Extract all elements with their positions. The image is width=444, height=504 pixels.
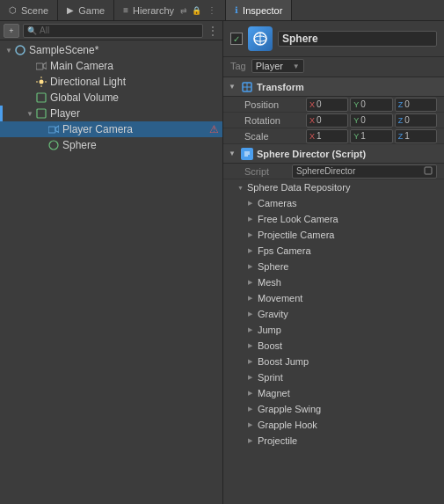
script-expand-arrow: ▼	[229, 150, 237, 157]
position-x[interactable]: X0	[306, 98, 348, 112]
jump-label: Jump	[258, 325, 281, 335]
rotation-row: Rotation X0 Y0 Z0	[223, 113, 444, 128]
hierarchy-item-sphere[interactable]: Sphere	[0, 137, 222, 153]
tab-inspector[interactable]: ℹ Inspector	[226, 0, 292, 20]
tree-item-mesh[interactable]: ▶ Mesh	[223, 274, 444, 290]
game-tab-label: Game	[78, 5, 105, 16]
rotation-label: Rotation	[244, 115, 306, 126]
position-y[interactable]: Y0	[350, 98, 392, 112]
movement-label: Movement	[258, 293, 302, 303]
expand-arrow-samplescene[interactable]	[4, 45, 14, 55]
svg-rect-9	[37, 109, 46, 118]
transform-icon	[241, 81, 253, 93]
scale-z[interactable]: Z1	[395, 129, 437, 143]
projectile-arrow: ▶	[248, 437, 255, 444]
hierarchy-menu[interactable]: ⋮	[207, 24, 219, 38]
script-icon	[241, 148, 253, 160]
gravity-arrow: ▶	[248, 310, 255, 318]
playercamera-icon	[47, 123, 60, 135]
sphere-icon	[47, 139, 60, 151]
search-box: 🔍 All	[23, 24, 203, 38]
hierarchy-item-player[interactable]: Player	[0, 106, 222, 121]
tree-item-freelook[interactable]: ▶ Free Look Camera	[223, 211, 444, 227]
tab-game[interactable]: ▶ Game	[58, 0, 114, 20]
inspector-content: Sphere Tag Player ▼ ▼	[223, 21, 444, 504]
script-field[interactable]: SphereDirector	[292, 164, 437, 179]
tree-item-jump[interactable]: ▶ Jump	[223, 322, 444, 338]
hierarchy-lock: 🔒	[192, 6, 201, 15]
tree-item-sphere[interactable]: ▶ Sphere	[223, 259, 444, 274]
grappleswing-label: Grapple Swing	[258, 404, 321, 414]
position-label: Position	[244, 99, 306, 110]
tree-item-grappleswing[interactable]: ▶ Grapple Swing	[223, 401, 444, 417]
tree-item-sprint[interactable]: ▶ Sprint	[223, 369, 444, 385]
hierarchy-list: SampleScene* Main Camera Directional Lig…	[0, 40, 222, 504]
tree-item-movement[interactable]: ▶ Movement	[223, 290, 444, 306]
repository-expand-arrow: ▼	[237, 185, 244, 191]
object-3d-icon	[248, 26, 273, 51]
player-label: Player	[50, 107, 80, 120]
hierarchy-item-globalvolume[interactable]: Global Volume	[0, 90, 222, 106]
repository-row[interactable]: ▼ Sphere Data Repository	[223, 179, 444, 195]
rotation-x[interactable]: X0	[306, 113, 348, 128]
search-placeholder: All	[40, 26, 49, 35]
graplehook-arrow: ▶	[248, 421, 255, 428]
object-active-checkbox[interactable]	[230, 33, 243, 45]
magnet-arrow: ▶	[248, 390, 255, 397]
svg-rect-8	[37, 93, 46, 102]
scene-icon	[14, 44, 26, 56]
tree-item-magnet[interactable]: ▶ Magnet	[223, 385, 444, 401]
svg-point-0	[16, 46, 25, 55]
tree-item-grappelhook[interactable]: ▶ Grapple Hook	[223, 417, 444, 433]
grappleswing-arrow: ▶	[248, 405, 255, 413]
directionallight-label: Directional Light	[50, 76, 126, 88]
tag-value: Player	[256, 61, 283, 71]
tree-item-boost[interactable]: ▶ Boost	[223, 338, 444, 354]
transform-section-header[interactable]: ▼ Transform	[223, 77, 444, 97]
object-name-field: Sphere	[278, 31, 437, 47]
rotation-z[interactable]: Z0	[395, 113, 437, 128]
inspector-panel: Sphere Tag Player ▼ ▼	[223, 21, 444, 504]
camera-icon	[35, 60, 47, 72]
svg-point-12	[49, 141, 58, 150]
hierarchy-item-playercamera[interactable]: Player Camera ⚠	[0, 121, 222, 137]
svg-rect-23	[425, 167, 432, 174]
tab-scene[interactable]: ⬡ Scene	[0, 0, 58, 20]
name-input[interactable]: Sphere	[278, 31, 437, 47]
tree-item-fpscamera[interactable]: ▶ Fps Camera	[223, 243, 444, 259]
tree-item-projectile[interactable]: ▶ Projectile	[223, 433, 444, 449]
samplescene-label: SampleScene*	[29, 44, 98, 56]
script-file-icon	[424, 166, 433, 177]
scale-y[interactable]: Y1	[350, 129, 392, 143]
expand-arrow-player[interactable]	[25, 108, 35, 119]
scene-icon: ⬡	[9, 5, 17, 15]
scale-x[interactable]: X1	[306, 129, 348, 143]
hierarchy-item-samplescene[interactable]: SampleScene*	[0, 42, 222, 58]
tab-hierarchy[interactable]: ≡ Hierarchy ⇄ 🔒 ⋮	[114, 0, 226, 20]
script-section-header[interactable]: ▼ Sphere Director (Script)	[223, 144, 444, 164]
tree-item-boostjump[interactable]: ▶ Boost Jump	[223, 354, 444, 369]
hierarchy-icon2: ⇄	[180, 6, 187, 15]
globalvolume-label: Global Volume	[50, 91, 119, 104]
jump-arrow: ▶	[248, 326, 255, 333]
projectilecamera-arrow: ▶	[248, 231, 255, 238]
tree-item-gravity[interactable]: ▶ Gravity	[223, 306, 444, 322]
hierarchy-dots[interactable]: ⋮	[207, 5, 216, 15]
tree-item-cameras[interactable]: ▶ Cameras	[223, 195, 444, 211]
tree-item-projectilecamera[interactable]: ▶ Projectile Camera	[223, 227, 444, 243]
tag-dropdown[interactable]: Player ▼	[251, 59, 304, 73]
tag-row: Tag Player ▼	[223, 57, 444, 77]
search-icon: 🔍	[27, 26, 37, 35]
rotation-y[interactable]: Y0	[350, 113, 392, 128]
player-item-wrapper: Player	[0, 106, 222, 121]
add-button[interactable]: +	[4, 24, 19, 38]
hierarchy-item-maincamera[interactable]: Main Camera	[0, 58, 222, 74]
scale-values: X1 Y1 Z1	[306, 129, 437, 143]
tag-chevron-icon: ▼	[293, 62, 300, 70]
hierarchy-item-directionallight[interactable]: Directional Light	[0, 74, 222, 90]
scale-row: Scale X1 Y1 Z1	[223, 128, 444, 144]
warning-icon: ⚠	[209, 123, 219, 135]
sphere-tree-label: Sphere	[258, 261, 288, 272]
position-z[interactable]: Z0	[395, 98, 437, 112]
boostjump-label: Boost Jump	[258, 356, 309, 367]
